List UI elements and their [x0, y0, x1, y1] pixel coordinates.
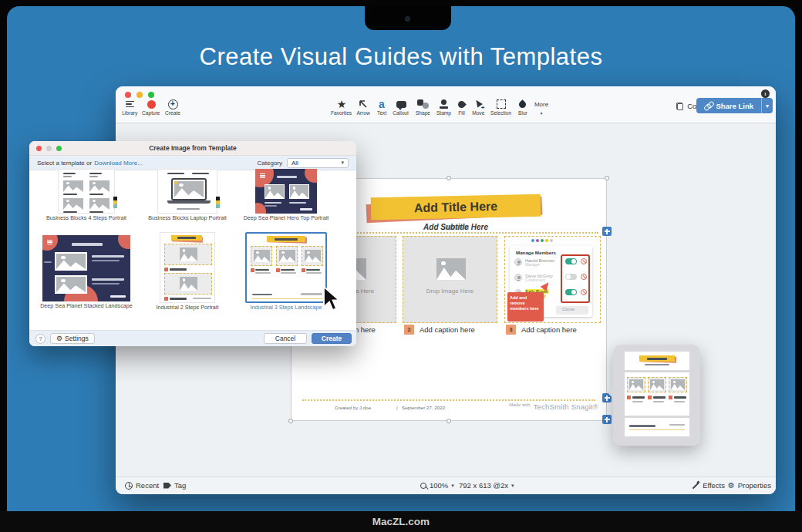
category-select[interactable]: All ▾: [287, 158, 349, 168]
shape: [276, 268, 280, 272]
resize-handle[interactable]: [605, 176, 609, 180]
image-placeholder-icon: [629, 379, 643, 390]
laptop-screen: Create Visual Guides with Templates Libr…: [7, 6, 795, 511]
template-preview-popover: [613, 345, 700, 446]
close-window-button[interactable]: [125, 92, 131, 98]
shape: [267, 236, 305, 242]
more-tools-button[interactable]: More ▾: [531, 98, 552, 119]
shape: [281, 272, 296, 274]
zoom-dialog-button[interactable]: [56, 146, 62, 151]
tag-button[interactable]: Tag: [163, 481, 186, 490]
shape: [305, 169, 317, 183]
move-tool[interactable]: Move: [469, 98, 488, 119]
template-thumbnail[interactable]: [58, 169, 115, 214]
drop-zone-2[interactable]: Drop Image Here: [403, 236, 497, 323]
shape: [255, 269, 269, 271]
template-thumbnail[interactable]: [245, 232, 327, 303]
template-deep-sea-hero-top[interactable]: Deep Sea Planet Hero Top Portrait: [255, 169, 317, 214]
avatar: [514, 274, 522, 281]
created-by[interactable]: Created by J.doe | September 27, 2022: [335, 405, 471, 413]
effects-button[interactable]: Effects: [691, 481, 725, 490]
shape: [89, 194, 103, 195]
tag-icon: [163, 483, 171, 489]
selection-icon: [497, 99, 506, 109]
properties-button[interactable]: ⚙ Properties: [728, 481, 771, 490]
share-link-main[interactable]: Share Link: [696, 98, 761, 113]
shape: [72, 243, 103, 246]
text-icon: a: [379, 99, 385, 109]
caption-3[interactable]: 3 Add caption here: [506, 325, 577, 335]
shape: [92, 283, 120, 285]
mouse-cursor: [322, 286, 342, 312]
settings-button[interactable]: ⚙ Settings: [50, 333, 95, 344]
caption-2[interactable]: 2 Add caption here: [404, 325, 475, 335]
create-confirm-button[interactable]: Create: [312, 333, 352, 344]
magnifier-icon: [420, 483, 426, 489]
template-business-blocks-4-steps[interactable]: Business Blocks 4 Steps Portrait: [58, 169, 115, 214]
minimize-dialog-button[interactable]: [46, 146, 52, 151]
download-more-link[interactable]: Download More...: [94, 160, 143, 167]
resize-handle[interactable]: [446, 176, 451, 180]
shape: [63, 173, 76, 174]
title-banner[interactable]: Add Title Here: [371, 194, 541, 221]
template-label: Deep Sea Planet Hero Top Portrait: [241, 215, 330, 221]
canvas-size-control[interactable]: 792 x 613 @2x ▾: [459, 481, 514, 490]
shape: [170, 268, 187, 271]
camera-icon: [405, 16, 410, 22]
toolbar-left-group: Library Capture + Create: [119, 98, 184, 119]
add-section-button[interactable]: [602, 415, 612, 424]
selection-tool[interactable]: Selection: [488, 98, 514, 119]
shape: [251, 298, 322, 299]
zoom-control[interactable]: 100% ▾: [420, 481, 454, 490]
dialog-footer: ? ⚙ Settings Cancel Create: [29, 330, 356, 346]
text-tool[interactable]: a Text: [373, 98, 390, 119]
template-thumbnail[interactable]: [160, 232, 215, 303]
template-thumbnail[interactable]: [255, 169, 317, 214]
callout-icon: [396, 101, 406, 108]
shape: [265, 205, 277, 207]
watermark-text: MacZL.com: [372, 516, 430, 527]
shape: [251, 268, 254, 272]
shape-tool[interactable]: Shape: [412, 98, 433, 119]
share-link-button[interactable]: Share Link ▾: [696, 98, 773, 113]
stamp-tool[interactable]: Stamp: [433, 98, 454, 119]
help-button[interactable]: ?: [35, 334, 45, 344]
create-button[interactable]: + Create: [162, 98, 184, 119]
template-business-blocks-laptop[interactable]: Business Blocks Laptop Portrait: [157, 169, 217, 214]
canvas-title[interactable]: Add Title Here: [414, 199, 498, 214]
window-traffic-lights[interactable]: [125, 92, 154, 98]
capture-button[interactable]: Capture: [140, 98, 162, 119]
member-row: Harold Bremser Manager: [514, 258, 559, 266]
template-deep-sea-stacked[interactable]: Deep Sea Planet Stacked Landscape: [42, 235, 130, 301]
template-industrial-2-steps[interactable]: Industrial 2 Steps Portrait: [160, 232, 215, 303]
shape: [653, 396, 666, 399]
resize-handle[interactable]: [446, 419, 451, 423]
add-section-button[interactable]: [602, 227, 612, 236]
blur-tool[interactable]: Blur: [514, 98, 531, 119]
fill-tool[interactable]: Fill: [454, 98, 469, 119]
dialog-traffic-lights[interactable]: [36, 146, 62, 151]
favorites-tool[interactable]: ★ Favorites: [330, 98, 353, 119]
member-row: Steve McGinty Collaborator: [514, 274, 559, 281]
shape: [302, 246, 323, 266]
step-number: 3: [506, 325, 516, 335]
recent-button[interactable]: Recent: [125, 481, 159, 490]
zoom-window-button[interactable]: [148, 92, 154, 98]
screenshot-panel[interactable]: Manage Members Harold Bremser Manager St…: [504, 236, 601, 323]
template-thumbnail[interactable]: [42, 235, 130, 301]
minimize-window-button[interactable]: [136, 92, 143, 98]
info-button[interactable]: i: [761, 89, 770, 98]
library-button[interactable]: Library: [119, 98, 140, 119]
close-dialog-button[interactable]: [36, 146, 42, 151]
callout-tool[interactable]: Callout: [390, 98, 412, 119]
resize-handle[interactable]: [288, 419, 293, 423]
laptop-screen-shape: [171, 178, 207, 200]
template-label: Business Blocks Laptop Portrait: [144, 215, 231, 221]
arrow-tool[interactable]: Arrow: [353, 98, 373, 119]
shape: [89, 211, 103, 213]
template-industrial-3-steps-selected[interactable]: Industrial 3 Steps Landscape: [245, 232, 327, 303]
share-link-dropdown[interactable]: ▾: [761, 98, 773, 113]
shape: [302, 268, 305, 272]
template-thumbnail[interactable]: [157, 169, 217, 214]
cancel-button[interactable]: Cancel: [264, 333, 307, 344]
